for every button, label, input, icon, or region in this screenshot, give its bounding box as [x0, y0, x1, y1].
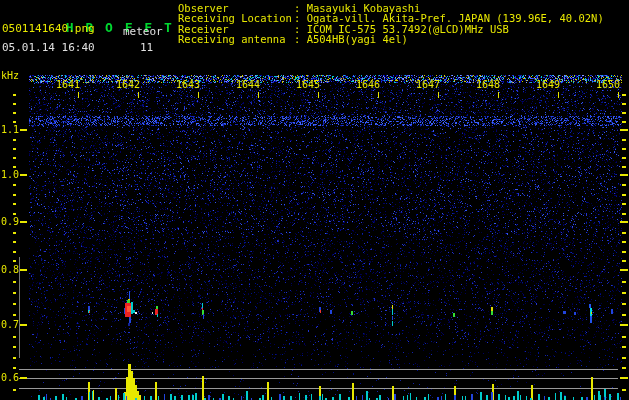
meteor-count: 11: [140, 42, 153, 53]
hrofft-screen: HROFFT 1.00 0501141640.png meteor 05.01.…: [0, 0, 629, 400]
app-version: 1.00: [124, 4, 153, 16]
time-tick-label-1644: 1644: [235, 80, 261, 90]
time-tick-label-1648: 1648: [475, 80, 501, 90]
datetime-label: 05.01.14 16:40: [2, 42, 95, 53]
freq-tick-label-1.0: 1.0: [0, 170, 19, 180]
freq-tick-label-0.8: 0.8: [0, 265, 19, 275]
time-tick-label-1646: 1646: [355, 80, 381, 90]
freq-tick-label-0.7: 0.7: [0, 320, 19, 330]
time-tick-label-1650: 1650: [595, 80, 621, 90]
spectrogram-canvas: [0, 0, 629, 400]
time-tick-label-1643: 1643: [175, 80, 201, 90]
freq-tick-label-1.1: 1.1: [0, 125, 19, 135]
freq-tick-label-0.6: 0.6: [0, 373, 19, 383]
time-tick-label-1645: 1645: [295, 80, 321, 90]
y-axis-unit: kHz: [1, 71, 19, 81]
time-tick-label-1647: 1647: [415, 80, 441, 90]
mode-label: meteor: [123, 26, 163, 37]
time-tick-label-1649: 1649: [535, 80, 561, 90]
freq-tick-label-0.9: 0.9: [0, 217, 19, 227]
info-row-receiving-antenna: Receiving antenna: A504HB(yagi 4el): [178, 34, 408, 45]
output-filename: 0501141640.png: [2, 23, 95, 34]
info-label: Receiving antenna: [178, 34, 294, 45]
time-tick-label-1642: 1642: [115, 80, 141, 90]
info-value: : A504HB(yagi 4el): [294, 33, 408, 45]
time-tick-label-1641: 1641: [55, 80, 81, 90]
